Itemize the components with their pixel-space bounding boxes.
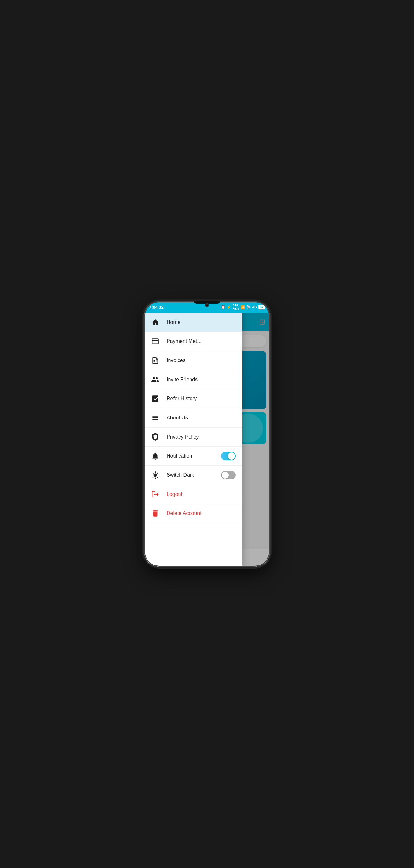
status-time: 7:04:32 bbox=[149, 305, 164, 310]
dark-mode-icon bbox=[150, 470, 160, 480]
status-icons: ⏰ ⚡ 0.18KB/S 📶 📡 4G 87 bbox=[221, 304, 265, 310]
notification-toggle[interactable] bbox=[221, 452, 236, 460]
menu-payment-label: Payment Met... bbox=[167, 338, 236, 344]
menu-item-about[interactable]: About Us bbox=[144, 408, 242, 428]
network-icon: 4G bbox=[252, 305, 257, 309]
menu-refer-label: Refer History bbox=[167, 396, 236, 402]
content-area: ⊞ 🔍 Search... K REFER FRIE... YOU GE... bbox=[144, 313, 270, 567]
battery-indicator: 87 bbox=[258, 305, 265, 309]
app-container: ⊞ 🔍 Search... K REFER FRIE... YOU GE... bbox=[144, 313, 270, 567]
camera bbox=[205, 303, 209, 307]
menu-item-home[interactable]: Home bbox=[144, 313, 242, 332]
signal-icon: 📡 bbox=[246, 305, 251, 309]
privacy-icon bbox=[150, 432, 160, 442]
phone-frame: 7:04:32 ⏰ ⚡ 0.18KB/S 📶 📡 4G 87 ⊞ 🔍 Searc… bbox=[144, 301, 270, 567]
menu-item-dark-mode[interactable]: Switch Dark bbox=[144, 466, 242, 485]
menu-invite-label: Invite Friends bbox=[167, 377, 236, 382]
dark-toggle-knob bbox=[221, 471, 229, 479]
nav-drawer: Home Payment Met... bbox=[144, 313, 242, 567]
home-icon bbox=[150, 317, 160, 327]
menu-logout-label: Logout bbox=[167, 491, 236, 497]
logout-icon bbox=[150, 489, 160, 499]
about-icon bbox=[150, 413, 160, 423]
menu-item-payment[interactable]: Payment Met... bbox=[144, 332, 242, 351]
data-speed: 0.18KB/S bbox=[233, 304, 240, 310]
delete-icon bbox=[150, 508, 160, 518]
menu-notification-label: Notification bbox=[167, 453, 214, 459]
notification-icon bbox=[150, 451, 160, 461]
menu-about-label: About Us bbox=[167, 415, 236, 421]
menu-item-notification[interactable]: Notification bbox=[144, 446, 242, 466]
menu-delete-label: Delete Account bbox=[167, 510, 236, 516]
menu-invoices-label: Invoices bbox=[167, 358, 236, 363]
menu-privacy-label: Privacy Policy bbox=[167, 434, 236, 440]
refer-history-icon bbox=[150, 394, 160, 404]
payment-icon bbox=[150, 337, 160, 346]
dark-mode-toggle[interactable] bbox=[221, 471, 236, 479]
invoices-icon bbox=[150, 355, 160, 365]
menu-item-invite[interactable]: Invite Friends bbox=[144, 370, 242, 389]
menu-dark-label: Switch Dark bbox=[167, 472, 214, 478]
alarm-icon: ⏰ bbox=[221, 305, 226, 309]
wifi-icon: 📶 bbox=[241, 305, 245, 309]
menu-home-label: Home bbox=[167, 319, 236, 325]
invite-icon bbox=[150, 375, 160, 384]
bluetooth-icon: ⚡ bbox=[227, 305, 231, 309]
menu-item-logout[interactable]: Logout bbox=[144, 485, 242, 504]
menu-item-refer[interactable]: Refer History bbox=[144, 389, 242, 408]
toggle-knob bbox=[228, 453, 235, 460]
menu-item-privacy[interactable]: Privacy Policy bbox=[144, 428, 242, 446]
menu-item-delete[interactable]: Delete Account bbox=[144, 504, 242, 523]
menu-item-invoices[interactable]: Invoices bbox=[144, 351, 242, 370]
